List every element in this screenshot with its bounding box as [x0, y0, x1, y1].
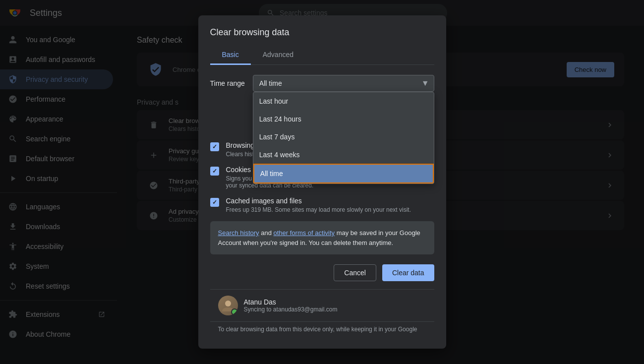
dropdown-option-last-24h[interactable]: Last 24 hours — [253, 110, 434, 128]
dialog-buttons: Cancel Clear data — [210, 264, 434, 281]
dropdown-option-last-hour[interactable]: Last hour — [253, 92, 434, 110]
user-name: Atanu Das — [244, 298, 338, 306]
dropdown-option-all-time[interactable]: All time — [253, 164, 434, 183]
time-range-row: Time range Last hour Last 24 hours Last … — [210, 75, 434, 92]
dropdown-option-last-4w[interactable]: Last 4 weeks — [253, 146, 434, 164]
tab-advanced[interactable]: Advanced — [251, 46, 305, 65]
clear-data-button[interactable]: Clear data — [382, 264, 434, 281]
time-range-label: Time range — [210, 79, 245, 87]
dialog-overlay: Clear browsing data Basic Advanced Time … — [0, 0, 644, 364]
info-box: Search history and other forms of activi… — [210, 221, 434, 254]
avatar — [218, 296, 238, 315]
cb-sub: Frees up 319 MB. Some sites may load mor… — [226, 206, 411, 213]
sync-status-dot — [231, 308, 238, 315]
cb-label: Cached images and files — [226, 197, 411, 205]
user-profile: Atanu Das Syncing to atanudas93@gmail.co… — [210, 289, 434, 321]
bottom-note: To clear browsing data from this device … — [210, 321, 434, 337]
cancel-button[interactable]: Cancel — [334, 264, 376, 281]
dialog-tabs: Basic Advanced — [210, 46, 434, 65]
time-range-select-wrapper: Last hour Last 24 hours Last 7 days Last… — [253, 75, 434, 92]
time-range-select[interactable]: Last hour Last 24 hours Last 7 days Last… — [253, 75, 434, 92]
time-range-dropdown: Last hour Last 24 hours Last 7 days Last… — [253, 92, 434, 184]
checkbox-text: Cached images and files Frees up 319 MB.… — [226, 197, 411, 213]
tab-basic[interactable]: Basic — [210, 46, 251, 65]
info-text-and: and — [259, 229, 274, 237]
svg-point-4 — [225, 301, 231, 306]
clear-browsing-data-dialog: Clear browsing data Basic Advanced Time … — [198, 15, 446, 349]
search-history-link[interactable]: Search history — [218, 229, 259, 237]
checkmark-icon: ✓ — [212, 143, 217, 150]
checkbox-row-cached: ✓ Cached images and files Frees up 319 M… — [210, 197, 434, 213]
checkmark-icon: ✓ — [212, 168, 217, 175]
other-activity-link[interactable]: other forms of activity — [274, 229, 335, 237]
dropdown-option-last-7d[interactable]: Last 7 days — [253, 128, 434, 146]
cookies-checkbox[interactable]: ✓ — [210, 167, 219, 176]
user-email: Syncing to atanudas93@gmail.com — [244, 306, 338, 313]
user-info: Atanu Das Syncing to atanudas93@gmail.co… — [244, 298, 338, 313]
dialog-title: Clear browsing data — [210, 27, 434, 38]
checkmark-icon: ✓ — [212, 199, 217, 206]
browsing-history-checkbox[interactable]: ✓ — [210, 142, 219, 151]
cached-checkbox[interactable]: ✓ — [210, 198, 219, 207]
